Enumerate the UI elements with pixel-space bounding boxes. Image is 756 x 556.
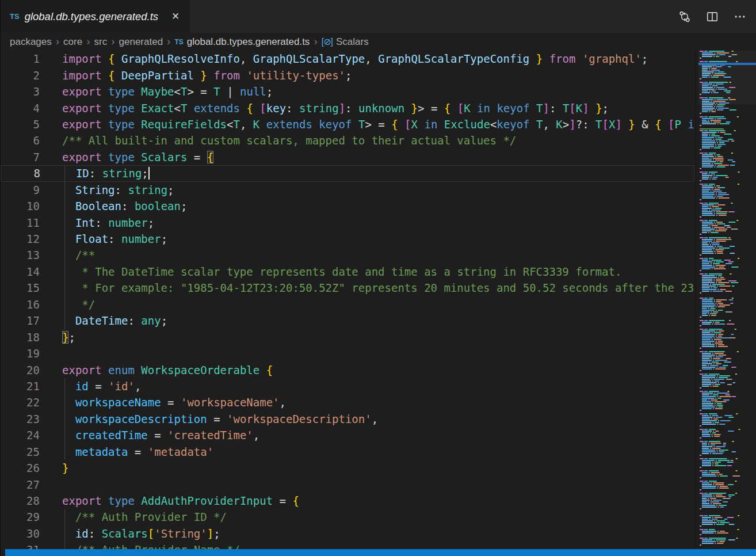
- line-number[interactable]: 29: [1, 511, 40, 523]
- code-line[interactable]: 29 /** Auth Provider ID */: [1, 509, 694, 525]
- breadcrumb-item-packages[interactable]: packages: [10, 36, 52, 48]
- code-text: Boolean: boolean;: [40, 200, 187, 212]
- code-line[interactable]: 19: [1, 345, 694, 361]
- code-line[interactable]: 5export type RequireFields<T, K extends …: [1, 116, 694, 132]
- line-number[interactable]: 20: [1, 364, 40, 376]
- code-text: export type RequireFields<T, K extends k…: [40, 118, 694, 131]
- code-line[interactable]: 14 * The DateTime scalar type represents…: [1, 264, 694, 280]
- breadcrumb-item-src[interactable]: src: [94, 36, 108, 48]
- code-text: /** All built-in and custom scalars, map…: [40, 134, 516, 147]
- code-line[interactable]: 30 id: Scalars['String'];: [1, 525, 694, 542]
- line-number[interactable]: 23: [1, 413, 40, 425]
- code-line[interactable]: 9 String: string;: [1, 182, 694, 198]
- breadcrumb-label: Scalars: [336, 36, 369, 48]
- code-line[interactable]: 10 Boolean: boolean;: [1, 198, 694, 214]
- code-line[interactable]: 22 workspaceName = 'workspaceName',: [1, 394, 694, 410]
- line-number[interactable]: 26: [1, 462, 40, 474]
- line-number[interactable]: 2: [1, 69, 40, 82]
- code-line[interactable]: 6/** All built-in and custom scalars, ma…: [1, 132, 694, 148]
- line-number[interactable]: 1: [1, 52, 40, 65]
- code-line[interactable]: 15 * For example: "1985-04-12T23:20:50.5…: [1, 280, 694, 296]
- code-text: export enum WorkspaceOrderable {: [40, 364, 273, 376]
- code-line[interactable]: 17 DateTime: any;: [1, 313, 694, 329]
- line-number[interactable]: 19: [1, 347, 40, 360]
- line-number[interactable]: 13: [1, 249, 40, 261]
- split-editor-button[interactable]: [705, 10, 719, 24]
- code-line[interactable]: 28export type AddAuthProviderInput = {: [1, 493, 694, 509]
- code-line[interactable]: 21 id = 'id',: [1, 378, 694, 394]
- line-number[interactable]: 24: [1, 429, 40, 441]
- line-number[interactable]: 6: [1, 134, 40, 147]
- more-actions-icon: [734, 10, 746, 23]
- code-line[interactable]: 20export enum WorkspaceOrderable {: [1, 361, 694, 378]
- symbol-type-icon: [⊘]: [322, 36, 333, 47]
- code-line[interactable]: 23 workspaceDescription = 'workspaceDesc…: [1, 411, 694, 427]
- breadcrumb-item-scalars[interactable]: [⊘]Scalars: [322, 36, 369, 48]
- code-line[interactable]: 16 */: [1, 296, 694, 313]
- code-text: * For example: "1985-04-12T23:20:50.52Z"…: [40, 281, 694, 294]
- chevron-right-icon: ›: [56, 35, 59, 48]
- line-number[interactable]: 4: [1, 102, 40, 115]
- code-area[interactable]: 1import { GraphQLResolveInfo, GraphQLSca…: [1, 51, 694, 556]
- ts-file-icon: TS: [10, 12, 20, 21]
- chevron-right-icon: ›: [314, 35, 317, 48]
- code-line[interactable]: 11 Int: number;: [1, 214, 694, 230]
- code-line[interactable]: 4export type Exact<T extends { [key: str…: [1, 100, 694, 116]
- line-number[interactable]: 11: [1, 216, 40, 229]
- breadcrumb-item-core[interactable]: core: [63, 36, 82, 48]
- code-line[interactable]: 8 ID: string;: [1, 165, 694, 181]
- breadcrumb-label: packages: [10, 36, 52, 48]
- line-number[interactable]: 16: [1, 298, 40, 311]
- code-line[interactable]: 25 metadata = 'metadata': [1, 444, 694, 460]
- line-number[interactable]: 10: [1, 200, 40, 212]
- tab-global-db-types[interactable]: TS global.db.types.generated.ts ✕: [1, 0, 190, 33]
- code-line[interactable]: 12 Float: number;: [1, 231, 694, 247]
- line-number[interactable]: 8: [1, 167, 40, 180]
- line-number[interactable]: 25: [1, 445, 40, 458]
- breadcrumb-label: generated: [119, 36, 163, 48]
- chevron-right-icon: ›: [111, 35, 114, 48]
- breadcrumb-item-generated[interactable]: generated: [119, 36, 163, 48]
- line-number[interactable]: 30: [1, 527, 40, 540]
- vscode-editor-window: TS global.db.types.generated.ts ✕: [0, 0, 756, 556]
- code-line[interactable]: 26}: [1, 460, 694, 476]
- line-number[interactable]: 9: [1, 184, 40, 196]
- code-line[interactable]: 27: [1, 476, 694, 492]
- code-text: id: Scalars['String'];: [40, 527, 220, 540]
- code-text: * The DateTime scalar type represents da…: [40, 265, 621, 278]
- code-line[interactable]: 13 /**: [1, 247, 694, 263]
- more-actions-button[interactable]: [733, 10, 747, 24]
- code-text: workspaceDescription = 'workspaceDescrip…: [40, 413, 378, 425]
- code-text: Float: number;: [40, 233, 167, 245]
- editor-body[interactable]: 1import { GraphQLResolveInfo, GraphQLSca…: [1, 51, 756, 556]
- line-number[interactable]: 7: [1, 151, 40, 163]
- code-line[interactable]: 7export type Scalars = {: [1, 149, 694, 165]
- breadcrumb: packages›core›src›generated›TSglobal.db.…: [1, 33, 693, 51]
- close-icon[interactable]: ✕: [169, 9, 182, 24]
- line-number[interactable]: 17: [1, 314, 40, 327]
- code-line[interactable]: 2import { DeepPartial } from 'utility-ty…: [1, 67, 694, 83]
- line-number[interactable]: 22: [1, 396, 40, 409]
- code-line[interactable]: 18};: [1, 329, 694, 345]
- breadcrumb-label: global.db.types.generated.ts: [187, 36, 310, 48]
- code-text: };: [40, 331, 75, 344]
- minimap-divider: [695, 51, 696, 548]
- code-text: import { GraphQLResolveInfo, GraphQLScal…: [40, 52, 648, 65]
- line-number[interactable]: 27: [1, 478, 40, 491]
- line-number[interactable]: 18: [1, 331, 40, 344]
- code-text: DateTime: any;: [40, 314, 167, 327]
- line-number[interactable]: 12: [1, 233, 40, 245]
- line-number[interactable]: 3: [1, 85, 40, 98]
- line-number[interactable]: 28: [1, 494, 40, 507]
- minimap[interactable]: [698, 51, 756, 548]
- code-line[interactable]: 3export type Maybe<T> = T | null;: [1, 83, 694, 100]
- code-line[interactable]: 24 createdTime = 'createdTime',: [1, 427, 694, 443]
- compare-changes-button[interactable]: [678, 10, 692, 24]
- code-line[interactable]: 1import { GraphQLResolveInfo, GraphQLSca…: [1, 51, 694, 67]
- breadcrumb-item-global-db-types-generated-ts[interactable]: TSglobal.db.types.generated.ts: [174, 36, 310, 48]
- line-number[interactable]: 14: [1, 265, 40, 278]
- line-number[interactable]: 15: [1, 281, 40, 294]
- compare-changes-icon: [678, 10, 691, 23]
- line-number[interactable]: 21: [1, 380, 40, 393]
- line-number[interactable]: 5: [1, 118, 40, 131]
